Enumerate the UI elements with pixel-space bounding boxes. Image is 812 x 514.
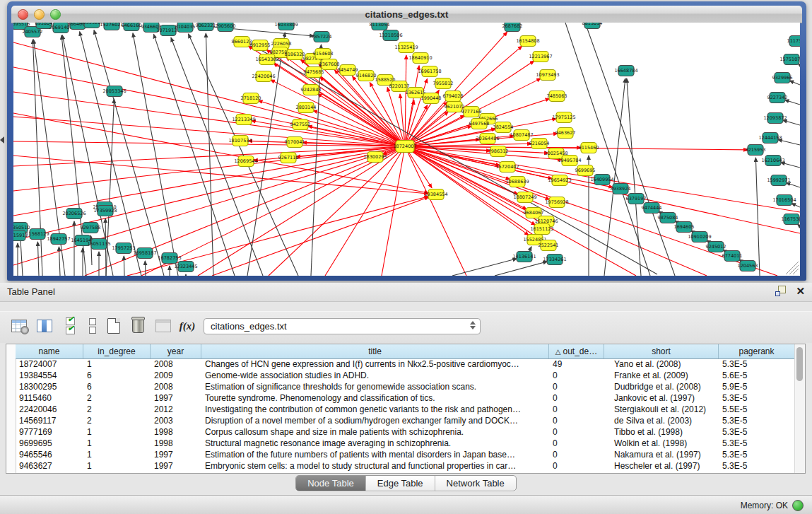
- table-cell[interactable]: 2003: [151, 415, 201, 426]
- table-row[interactable]: 1938455462009Genome-wide association stu…: [16, 370, 795, 381]
- tab-network-table[interactable]: Network Table: [435, 476, 516, 491]
- table-cell[interactable]: 0: [549, 415, 604, 426]
- table-cell[interactable]: 0: [549, 381, 604, 392]
- table-cell[interactable]: 1: [83, 460, 151, 472]
- table-cell[interactable]: 5.5E-5: [719, 404, 795, 415]
- close-panel-icon[interactable]: ✕: [796, 286, 805, 296]
- table-cell[interactable]: 9777169: [16, 426, 83, 438]
- table-cell[interactable]: 1: [83, 426, 151, 438]
- table-cell[interactable]: 5.3E-5: [719, 415, 795, 426]
- tab-node-table[interactable]: Node Table: [296, 476, 366, 491]
- table-row[interactable]: 969969511998Structural magnetic resonanc…: [16, 438, 795, 449]
- table-cell[interactable]: Embryonic stem cells: a model to study s…: [201, 460, 549, 472]
- table-cell[interactable]: 18724007: [16, 358, 83, 370]
- table-row[interactable]: 946362711997Embryonic stem cells: a mode…: [16, 460, 795, 472]
- table-cell[interactable]: 2009: [151, 370, 201, 381]
- table-selector-dropdown[interactable]: citations_edges.txt: [204, 318, 481, 334]
- table-cell[interactable]: 2008: [151, 358, 201, 370]
- new-column-icon[interactable]: [105, 317, 123, 335]
- table-cell[interactable]: 5.3E-5: [719, 358, 795, 370]
- table-cell[interactable]: Genome-wide association studies in ADHD.: [201, 370, 549, 381]
- table-cell[interactable]: 5.3E-5: [719, 460, 795, 472]
- table-cell[interactable]: 0: [549, 392, 604, 404]
- table-cell[interactable]: Tourette syndrome. Phenomenology and cla…: [201, 392, 549, 404]
- table-cell[interactable]: 9465546: [16, 449, 83, 460]
- table-cell[interactable]: Tibbo et al. (1998): [604, 426, 719, 438]
- table-cell[interactable]: 18300295: [16, 381, 83, 392]
- column-header-out_de[interactable]: △out_de…: [549, 344, 604, 358]
- column-header-pagerank[interactable]: pagerank: [719, 344, 795, 358]
- table-cell[interactable]: 1997: [151, 460, 201, 472]
- table-cell[interactable]: 6: [83, 381, 151, 392]
- select-all-icon[interactable]: [61, 317, 79, 335]
- table-cell[interactable]: 9463627: [16, 460, 83, 472]
- table-row[interactable]: 911546021997Tourette syndrome. Phenomeno…: [16, 392, 795, 404]
- table-row[interactable]: 977716911998Corpus callosum shape and si…: [16, 426, 795, 438]
- table-cell[interactable]: de Silva et al. (2003): [604, 415, 719, 426]
- table-row[interactable]: 1456911722003Disruption of a novel membe…: [16, 415, 795, 426]
- function-builder-icon[interactable]: f(x): [178, 317, 196, 335]
- table-cell[interactable]: Dudbridge et al. (2008): [604, 381, 719, 392]
- table-cell[interactable]: 2: [83, 392, 151, 404]
- table-cell[interactable]: 1: [83, 449, 151, 460]
- table-cell[interactable]: 5.3E-5: [719, 438, 795, 449]
- table-cell[interactable]: Investigating the contribution of common…: [201, 404, 549, 415]
- table-settings-icon[interactable]: [10, 317, 28, 335]
- table-cell[interactable]: Jankovic et al. (1997): [604, 392, 719, 404]
- table-cell[interactable]: Estimation of the future numbers of pati…: [201, 449, 549, 460]
- table-cell[interactable]: 14569117: [16, 415, 83, 426]
- column-header-short[interactable]: short: [604, 344, 719, 358]
- table-cell[interactable]: Corpus callosum shape and size in male p…: [201, 426, 549, 438]
- column-header-in_degree[interactable]: in_degree: [83, 344, 151, 358]
- table-row[interactable]: 1830029562008Estimation of significance …: [16, 381, 795, 392]
- table-cell[interactable]: 9699695: [16, 438, 83, 449]
- table-cell[interactable]: Disruption of a novel member of a sodium…: [201, 415, 549, 426]
- table-cell[interactable]: 6: [83, 370, 151, 381]
- table-cell[interactable]: 0: [549, 404, 604, 415]
- column-header-title[interactable]: title: [201, 344, 549, 358]
- table-cell[interactable]: Franke et al. (2009): [604, 370, 719, 381]
- table-cell[interactable]: 1: [83, 438, 151, 449]
- table-cell[interactable]: 1998: [151, 438, 201, 449]
- network-window-titlebar[interactable]: citations_edges.txt: [11, 6, 802, 23]
- table-cell[interactable]: 2008: [151, 381, 201, 392]
- tab-edge-table[interactable]: Edge Table: [366, 476, 435, 491]
- table-cell[interactable]: 2: [83, 415, 151, 426]
- table-cell[interactable]: Yano et al. (2008): [604, 358, 719, 370]
- network-canvas[interactable]: 1872400786601238912955222605898275031654…: [13, 23, 800, 276]
- table-cell[interactable]: Structural magnetic resonance image aver…: [201, 438, 549, 449]
- table-cell[interactable]: Estimation of significance thresholds fo…: [201, 381, 549, 392]
- table-row[interactable]: 946554611997Estimation of the future num…: [16, 449, 795, 460]
- scrollbar-thumb[interactable]: [796, 347, 803, 381]
- collapse-splitter-arrow[interactable]: [0, 136, 4, 144]
- deselect-all-icon[interactable]: [83, 317, 102, 335]
- float-panel-icon[interactable]: [775, 286, 786, 296]
- table-cell[interactable]: 0: [549, 438, 604, 449]
- table-cell[interactable]: 0: [549, 370, 604, 381]
- table-cell[interactable]: 5.3E-5: [719, 449, 795, 460]
- table-cell[interactable]: 0: [549, 449, 604, 460]
- table-cell[interactable]: 5.3E-5: [719, 392, 795, 404]
- table-cell[interactable]: 2012: [151, 404, 201, 415]
- delete-table-icon[interactable]: [154, 317, 172, 335]
- table-cell[interactable]: Hescheler et al. (1997): [604, 460, 719, 472]
- table-cell[interactable]: 1997: [151, 392, 201, 404]
- table-cell[interactable]: 22420046: [16, 404, 83, 415]
- table-cell[interactable]: 5.9E-5: [719, 381, 795, 392]
- table-cell[interactable]: Wolkin et al. (1998): [604, 438, 719, 449]
- delete-column-icon[interactable]: [129, 317, 147, 335]
- table-cell[interactable]: 1998: [151, 426, 201, 438]
- table-cell[interactable]: 2: [83, 404, 151, 415]
- table-cell[interactable]: 0: [549, 426, 604, 438]
- table-cell[interactable]: 19384554: [16, 370, 83, 381]
- table-cell[interactable]: Nakamura et al. (1997): [604, 449, 719, 460]
- table-vertical-scrollbar[interactable]: [794, 344, 805, 473]
- table-cell[interactable]: Changes of HCN gene expression and I(f) …: [201, 358, 549, 370]
- table-cell[interactable]: 49: [549, 358, 604, 370]
- table-cell[interactable]: 1: [83, 358, 151, 370]
- table-cell[interactable]: 5.3E-5: [719, 426, 795, 438]
- table-row[interactable]: 2242004622012Investigating the contribut…: [16, 404, 795, 415]
- table-cell[interactable]: 9115460: [16, 392, 83, 404]
- table-cell[interactable]: Stergiakouli et al. (2012): [604, 404, 719, 415]
- table-cell[interactable]: 0: [549, 460, 604, 472]
